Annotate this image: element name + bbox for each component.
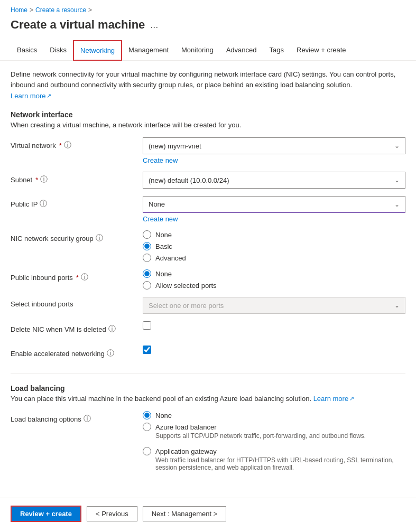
nic-nsg-options: None Basic Advanced bbox=[143, 230, 405, 262]
subnet-dropdown[interactable]: (new) default (10.0.0.0/24) ⌄ bbox=[143, 172, 405, 189]
tab-disks[interactable]: Disks bbox=[43, 40, 73, 60]
virtual-network-dropdown[interactable]: (new) myvm-vnet ⌄ bbox=[143, 137, 405, 154]
lb-none-radio[interactable] bbox=[143, 411, 151, 419]
delete-nic-row: Delete NIC when VM is deleted ⓘ bbox=[11, 321, 405, 338]
page-options-icon[interactable]: ... bbox=[150, 20, 158, 31]
nic-nsg-info-icon[interactable]: ⓘ bbox=[96, 234, 103, 243]
inbound-allow-option[interactable]: Allow selected ports bbox=[143, 281, 405, 290]
learn-more-link[interactable]: Learn more ↗ bbox=[11, 92, 51, 100]
external-link-icon: ↗ bbox=[47, 92, 51, 99]
subnet-info-icon[interactable]: ⓘ bbox=[40, 175, 48, 184]
lb-azure-option: Azure load balancer Supports all TCP/UDP… bbox=[143, 423, 405, 440]
nic-nsg-row: NIC network security group ⓘ None Basic … bbox=[11, 230, 405, 262]
public-ip-label: Public IP ⓘ bbox=[11, 196, 143, 209]
main-content: Define network connectivity for your vir… bbox=[0, 61, 416, 487]
accelerated-networking-checkbox[interactable] bbox=[143, 346, 151, 354]
nic-nsg-advanced-radio[interactable] bbox=[143, 254, 151, 262]
nic-nsg-advanced-label: Advanced bbox=[155, 254, 186, 262]
public-ip-row: Public IP ⓘ None ⌄ Create new bbox=[11, 196, 405, 223]
previous-button[interactable]: < Previous bbox=[87, 506, 137, 521]
subnet-control: (new) default (10.0.0.0/24) ⌄ bbox=[143, 172, 405, 189]
virtual-network-label: Virtual network * ⓘ bbox=[11, 137, 143, 150]
inbound-allow-radio[interactable] bbox=[143, 281, 151, 290]
breadcrumb-home[interactable]: Home bbox=[11, 6, 27, 14]
load-balancing-options-label: Load balancing options ⓘ bbox=[11, 411, 143, 424]
public-inbound-ports-row: Public inbound ports * ⓘ None Allow sele… bbox=[11, 269, 405, 290]
accelerated-networking-control bbox=[143, 346, 405, 354]
breadcrumb-create-resource[interactable]: Create a resource bbox=[35, 6, 86, 14]
page-description: Define network connectivity for your vir… bbox=[11, 69, 405, 90]
nic-nsg-none-option[interactable]: None bbox=[143, 230, 405, 239]
select-inbound-ports-label: Select inbound ports bbox=[11, 297, 143, 308]
lb-external-link-icon: ↗ bbox=[349, 395, 354, 402]
tab-management[interactable]: Management bbox=[122, 40, 175, 60]
public-ip-control: None ⌄ Create new bbox=[143, 196, 405, 223]
load-balancing-options: None Azure load balancer Supports all TC… bbox=[143, 411, 405, 471]
inbound-none-label: None bbox=[155, 270, 172, 278]
lb-options-info-icon[interactable]: ⓘ bbox=[84, 414, 91, 424]
accelerated-networking-label: Enable accelerated networking ⓘ bbox=[11, 346, 143, 358]
accelerated-networking-info-icon[interactable]: ⓘ bbox=[107, 349, 114, 358]
breadcrumb-sep1: > bbox=[30, 6, 33, 14]
delete-nic-label: Delete NIC when VM is deleted ⓘ bbox=[11, 321, 143, 334]
delete-nic-control bbox=[143, 321, 405, 330]
lb-azure-radio[interactable] bbox=[143, 423, 151, 431]
delete-nic-checkbox[interactable] bbox=[143, 321, 151, 330]
select-ports-dropdown[interactable]: Select one or more ports ⌄ bbox=[143, 297, 405, 314]
tab-basics[interactable]: Basics bbox=[11, 40, 43, 60]
virtual-network-create-new[interactable]: Create new bbox=[143, 156, 405, 164]
lb-azure-subtext: Supports all TCP/UDP network traffic, po… bbox=[155, 432, 405, 440]
nic-nsg-basic-label: Basic bbox=[155, 242, 172, 250]
public-ip-dropdown[interactable]: None ⌄ bbox=[143, 196, 405, 213]
lb-azure-label: Azure load balancer bbox=[155, 423, 217, 431]
subnet-row: Subnet * ⓘ (new) default (10.0.0.0/24) ⌄ bbox=[11, 172, 405, 189]
public-inbound-ports-label: Public inbound ports * ⓘ bbox=[11, 269, 143, 282]
tab-tags[interactable]: Tags bbox=[263, 40, 290, 60]
nic-nsg-basic-option[interactable]: Basic bbox=[143, 242, 405, 250]
network-interface-desc: When creating a virtual machine, a netwo… bbox=[11, 121, 405, 129]
tab-monitoring[interactable]: Monitoring bbox=[175, 40, 220, 60]
nic-nsg-label: NIC network security group ⓘ bbox=[11, 230, 143, 243]
lb-app-gateway-radio[interactable] bbox=[143, 447, 151, 455]
nic-nsg-none-radio[interactable] bbox=[143, 230, 151, 239]
load-balancing-desc: You can place this virtual machine in th… bbox=[11, 395, 405, 403]
load-balancing-title: Load balancing bbox=[11, 384, 405, 393]
public-ip-dropdown-arrow-icon: ⌄ bbox=[394, 201, 400, 208]
inbound-none-radio[interactable] bbox=[143, 269, 151, 278]
lb-none-option: None bbox=[143, 411, 405, 419]
next-button[interactable]: Next : Management > bbox=[143, 506, 227, 521]
public-inbound-info-icon[interactable]: ⓘ bbox=[81, 273, 88, 282]
tabs-container: Basics Disks Networking Management Monit… bbox=[0, 40, 416, 61]
select-ports-arrow-icon: ⌄ bbox=[394, 302, 400, 309]
page-title: Create a virtual machine bbox=[11, 18, 145, 32]
load-balancing-learn-more[interactable]: Learn more ↗ bbox=[313, 395, 354, 403]
breadcrumb: Home > Create a resource > bbox=[0, 0, 416, 16]
network-interface-title: Network interface bbox=[11, 110, 405, 119]
delete-nic-info-icon[interactable]: ⓘ bbox=[108, 324, 116, 334]
accelerated-networking-row: Enable accelerated networking ⓘ bbox=[11, 346, 405, 362]
public-inbound-ports-options: None Allow selected ports bbox=[143, 269, 405, 290]
virtual-network-row: Virtual network * ⓘ (new) myvm-vnet ⌄ Cr… bbox=[11, 137, 405, 164]
lb-app-gateway-subtext: Web traffic load balancer for HTTP/HTTPS… bbox=[155, 456, 405, 471]
public-ip-info-icon[interactable]: ⓘ bbox=[40, 199, 47, 209]
page-header: Create a virtual machine ... bbox=[0, 16, 416, 40]
select-inbound-ports-control: Select one or more ports ⌄ bbox=[143, 297, 405, 314]
dropdown-arrow-icon: ⌄ bbox=[394, 142, 400, 150]
lb-app-gateway-label: Application gateway bbox=[155, 447, 217, 455]
tab-networking[interactable]: Networking bbox=[73, 40, 122, 61]
tab-review-create[interactable]: Review + create bbox=[290, 40, 353, 60]
virtual-network-info-icon[interactable]: ⓘ bbox=[64, 141, 71, 150]
nic-nsg-advanced-option[interactable]: Advanced bbox=[143, 254, 405, 262]
virtual-network-control: (new) myvm-vnet ⌄ Create new bbox=[143, 137, 405, 164]
review-create-button[interactable]: Review + create bbox=[11, 506, 81, 522]
page-footer: Review + create < Previous Next : Manage… bbox=[0, 498, 416, 529]
tab-advanced[interactable]: Advanced bbox=[220, 40, 263, 60]
inbound-none-option[interactable]: None bbox=[143, 269, 405, 278]
nic-nsg-none-label: None bbox=[155, 231, 172, 239]
inbound-allow-label: Allow selected ports bbox=[155, 282, 217, 290]
breadcrumb-sep2: > bbox=[88, 6, 92, 14]
load-balancing-options-row: Load balancing options ⓘ None Azure load… bbox=[11, 411, 405, 471]
subnet-dropdown-arrow-icon: ⌄ bbox=[394, 176, 400, 184]
public-ip-create-new[interactable]: Create new bbox=[143, 215, 405, 223]
nic-nsg-basic-radio[interactable] bbox=[143, 242, 151, 250]
